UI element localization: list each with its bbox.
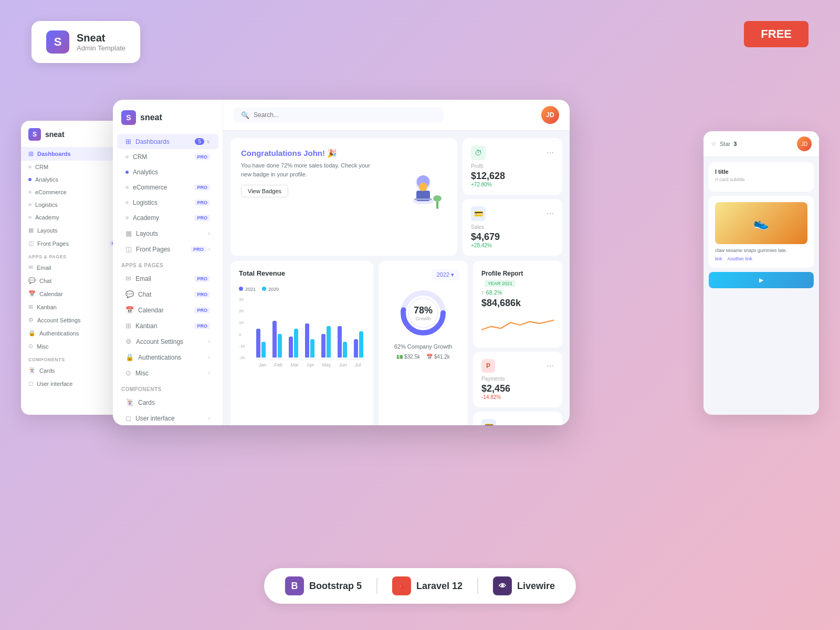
- profile-value: $84,686k: [481, 298, 554, 309]
- cards-icon: 🃏: [125, 398, 134, 406]
- components-section-title: COMPONENTS: [113, 381, 223, 394]
- sales-menu-dots[interactable]: ⋯: [547, 209, 554, 218]
- star-count: 3: [733, 141, 737, 147]
- sidebar-item-calendar[interactable]: 📅 Calendar PRO: [117, 302, 218, 318]
- donut-chart: 78% Growth: [397, 287, 449, 339]
- bg-card-text: claw sesame snaps gummies late.: [715, 247, 807, 254]
- tech-livewire: 👁 Livewire: [493, 576, 555, 595]
- profit-change: +72.80%: [471, 182, 554, 187]
- sales-change: +28.42%: [471, 243, 554, 248]
- svg-point-7: [433, 195, 442, 202]
- star-label: Star: [720, 141, 730, 147]
- svg-rect-5: [414, 198, 432, 200]
- free-badge: FREE: [744, 21, 808, 47]
- livewire-icon: 👁: [493, 576, 512, 595]
- view-badges-button[interactable]: View Badges: [241, 185, 288, 197]
- ui-icon: ◻: [125, 414, 131, 422]
- welcome-card: Congratulations John! 🎉 You have done 72…: [230, 138, 457, 256]
- top-bar: 🔍 JD: [223, 100, 570, 131]
- sidebar-item-analytics[interactable]: Analytics: [117, 165, 218, 180]
- tech-divider-1: [376, 578, 377, 594]
- bg-right-topbar: ☆ Star 3 JD: [704, 131, 819, 157]
- email-icon: ✉: [125, 275, 131, 282]
- payments-card: P ⋯ Payments $2,456 -14.82%: [473, 352, 562, 407]
- bg-blue-button[interactable]: ▶: [709, 272, 814, 288]
- sidebar-item-layouts[interactable]: ▦ Layouts ›: [117, 226, 218, 241]
- bootstrap-label: Bootstrap 5: [309, 581, 362, 592]
- sidebar-logo-text: sneat: [140, 113, 162, 122]
- bg-right-card-title: l title rt card subtitle: [709, 162, 814, 192]
- logo-icon: S: [46, 30, 69, 54]
- account-settings-icon: ⚙: [125, 338, 132, 345]
- search-input[interactable]: [254, 111, 436, 119]
- bg-logo-text: sneat: [45, 130, 65, 139]
- profile-report-card: Profile Report YEAR 2021 ↑ 68.2% $84,686…: [473, 261, 562, 348]
- sidebar-item-cards[interactable]: 🃏 Cards: [117, 395, 218, 410]
- sales-stat-card: 💳 ⋯ Sales $4,679 +28.42%: [463, 199, 562, 256]
- growth-card: 2022 ▾ 78% Growth 62% Company Gr: [379, 261, 468, 425]
- sidebar-logo-icon: S: [121, 110, 136, 125]
- layouts-icon: ▦: [125, 229, 132, 237]
- transactions-stat-icon: 💳: [481, 419, 496, 425]
- sidebar-item-authentications[interactable]: 🔒 Authentications ›: [117, 350, 218, 365]
- sidebar-item-account-settings[interactable]: ⚙ Account Settings ›: [117, 334, 218, 349]
- search-bar[interactable]: 🔍: [234, 108, 444, 123]
- bootstrap-icon: B: [285, 576, 304, 595]
- bg-card-image: 👟: [715, 202, 807, 244]
- background-right-window: ☆ Star 3 JD l title rt card subtitle 👟 c…: [704, 131, 819, 415]
- profit-icon: ⏱: [471, 145, 486, 160]
- laravel-icon: 🔺: [392, 576, 411, 595]
- misc-icon: ⊙: [125, 369, 131, 377]
- sidebar-item-front-pages[interactable]: ◫ Front Pages PRO ›: [117, 242, 218, 257]
- bg-right-content: l title rt card subtitle 👟 claw sesame s…: [704, 157, 819, 293]
- logo-name: Sneat: [77, 32, 125, 44]
- sidebar-item-ecommerce[interactable]: eCommerce PRO: [117, 180, 218, 195]
- revenue-title: Total Revenue: [239, 269, 365, 277]
- logo-card: S Sneat Admin Template: [32, 21, 140, 63]
- chart-legend: 2021 2020: [239, 284, 365, 293]
- bg-card-subtitle: rt card subtitle: [715, 177, 807, 182]
- sidebar-item-crm[interactable]: CRM PRO: [117, 150, 218, 164]
- front-pages-icon: ◫: [125, 245, 132, 253]
- payments-change: -14.82%: [481, 394, 554, 400]
- sidebar-item-chat[interactable]: 💬 Chat PRO: [117, 287, 218, 302]
- sidebar-item-user-interface[interactable]: ◻ User interface ›: [117, 411, 218, 425]
- growth-sub-label: 62% Company Growth: [394, 343, 453, 350]
- bg-logo-icon: S: [28, 128, 41, 141]
- tech-bootstrap: B Bootstrap 5: [285, 576, 362, 595]
- sales-value: $4,679: [471, 232, 554, 243]
- profit-value: $12,628: [471, 171, 554, 182]
- bg-card-link2[interactable]: Another link: [728, 256, 753, 261]
- payments-label: Payments: [481, 376, 554, 382]
- tech-divider-2: [477, 578, 478, 594]
- sidebar-item-email[interactable]: ✉ Email PRO: [117, 271, 218, 286]
- profile-report-title: Profile Report: [481, 270, 523, 277]
- laravel-label: Laravel 12: [416, 581, 463, 592]
- year-selector[interactable]: 2022 ▾: [431, 269, 459, 280]
- chat-icon: 💬: [125, 290, 134, 298]
- sidebar-item-dashboards[interactable]: ⊞ Dashboards 5 ∨: [117, 134, 218, 149]
- payments-value: $2,456: [481, 383, 554, 394]
- search-icon: 🔍: [241, 111, 249, 119]
- sales-icon: 💳: [471, 206, 486, 221]
- kanban-icon: ⊞: [125, 322, 131, 330]
- main-window: S sneat ⊞ Dashboards 5 ∨ CRM PRO Anal: [113, 100, 570, 425]
- sidebar-logo: S sneat: [113, 110, 223, 133]
- profile-change: ↑ 68.2%: [481, 289, 554, 296]
- sidebar-item-logistics[interactable]: Logistics PRO: [117, 195, 218, 210]
- calendar-icon: 📅: [125, 306, 134, 314]
- bg-card-link1[interactable]: link: [715, 256, 722, 261]
- profit-stat-card: ⏱ ⋯ Profit $12,628 +72.80%: [463, 138, 562, 195]
- logo-subtitle: Admin Template: [77, 44, 125, 52]
- sidebar-item-kanban[interactable]: ⊞ Kanban PRO: [117, 318, 218, 333]
- profile-year-badge: YEAR 2021: [485, 280, 516, 287]
- sales-label: Sales: [471, 224, 554, 230]
- profit-menu-dots[interactable]: ⋯: [547, 149, 554, 157]
- avatar[interactable]: JD: [541, 106, 559, 124]
- bg-card-links: link Another link: [715, 256, 807, 261]
- main-sidebar: S sneat ⊞ Dashboards 5 ∨ CRM PRO Anal: [113, 100, 223, 425]
- sidebar-item-academy[interactable]: Academy PRO: [117, 211, 218, 225]
- profile-wave-chart: [481, 312, 554, 338]
- livewire-label: Livewire: [517, 581, 555, 592]
- sidebar-item-misc[interactable]: ⊙ Misc ›: [117, 365, 218, 381]
